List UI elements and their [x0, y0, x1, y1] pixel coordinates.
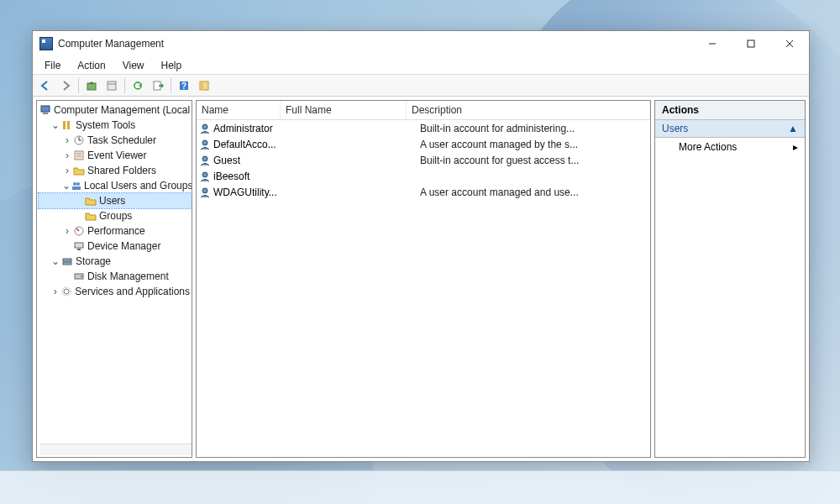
- column-name[interactable]: Name: [197, 101, 281, 119]
- minimize-button[interactable]: [693, 31, 732, 56]
- chevron-right-icon[interactable]: ›: [62, 165, 72, 176]
- cell-name: iBeesoft: [213, 171, 294, 182]
- tree-label: Local Users and Groups: [84, 180, 192, 192]
- svg-point-33: [81, 276, 82, 277]
- svg-rect-25: [72, 186, 81, 190]
- user-icon: [198, 122, 212, 135]
- tree-disk-management[interactable]: Disk Management: [39, 269, 192, 284]
- tree-device-manager[interactable]: Device Manager: [39, 239, 192, 254]
- shared-folder-icon: [72, 164, 86, 177]
- svg-point-36: [202, 124, 207, 129]
- svg-point-39: [202, 172, 207, 177]
- device-icon: [72, 239, 86, 253]
- svg-point-34: [64, 289, 69, 294]
- svg-rect-14: [43, 113, 48, 114]
- chevron-right-icon[interactable]: ›: [62, 150, 72, 161]
- refresh-button[interactable]: [129, 76, 147, 95]
- chevron-right-icon: ▸: [793, 141, 798, 153]
- svg-rect-30: [63, 259, 71, 261]
- cell-name: DefaultAcco...: [213, 139, 294, 150]
- actions-section[interactable]: Users ▲: [655, 120, 805, 138]
- chevron-right-icon[interactable]: ›: [62, 134, 72, 146]
- cell-description: A user account managed and use...: [420, 186, 648, 198]
- svg-rect-16: [67, 121, 70, 129]
- tree-label: Task Scheduler: [87, 134, 156, 146]
- show-hide-button[interactable]: [195, 76, 213, 95]
- list-pane: Name Full Name Description Administrator…: [196, 100, 651, 458]
- svg-rect-31: [63, 262, 71, 265]
- menu-help[interactable]: Help: [153, 58, 191, 73]
- tree-label: Shared Folders: [87, 165, 156, 176]
- event-icon: [72, 149, 86, 162]
- window-title: Computer Management: [58, 38, 693, 50]
- chevron-down-icon[interactable]: ⌄: [50, 119, 60, 131]
- tree-event-viewer[interactable]: › Event Viewer: [39, 148, 192, 163]
- clock-icon: [72, 134, 86, 147]
- chevron-right-icon[interactable]: ›: [50, 286, 60, 297]
- tree-label: Services and Applications: [75, 286, 190, 297]
- properties-button[interactable]: [102, 76, 121, 95]
- help-button[interactable]: ?: [175, 76, 193, 95]
- tree-services-apps[interactable]: › Services and Applications: [39, 284, 192, 299]
- svg-point-38: [202, 156, 207, 161]
- svg-rect-5: [108, 81, 116, 90]
- list-item[interactable]: iBeesoft: [197, 168, 650, 184]
- tree-root-label: Computer Management (Local: [54, 104, 190, 116]
- actions-more-label: More Actions: [679, 141, 737, 153]
- actions-more[interactable]: More Actions ▸: [655, 138, 805, 156]
- list-item[interactable]: DefaultAcco...A user account managed by …: [197, 136, 650, 152]
- chevron-right-icon[interactable]: ›: [62, 225, 72, 237]
- tree-task-scheduler[interactable]: › Task Scheduler: [39, 133, 192, 148]
- tree-local-users-groups[interactable]: ⌄ Local Users and Groups: [39, 178, 192, 193]
- tree-shared-folders[interactable]: › Shared Folders: [39, 163, 192, 178]
- menu-action[interactable]: Action: [69, 58, 113, 73]
- chevron-down-icon[interactable]: ⌄: [50, 255, 60, 267]
- disk-icon: [72, 270, 86, 283]
- list-item[interactable]: GuestBuilt-in account for guest access t…: [197, 152, 650, 168]
- folder-icon: [84, 194, 97, 207]
- tree-label: Event Viewer: [87, 150, 146, 161]
- tree-label: System Tools: [76, 119, 135, 131]
- main-panes: Computer Management (Local ⌄ System Tool…: [33, 97, 809, 461]
- cell-description: Built-in account for administering...: [420, 123, 648, 134]
- list-item[interactable]: AdministratorBuilt-in account for admini…: [197, 120, 650, 136]
- maximize-button[interactable]: [732, 31, 770, 56]
- forward-button[interactable]: [56, 76, 75, 95]
- up-button[interactable]: [82, 76, 101, 95]
- user-icon: [198, 154, 212, 167]
- tree-performance[interactable]: › Performance: [39, 223, 192, 239]
- app-icon: [39, 37, 53, 50]
- menu-file[interactable]: File: [36, 58, 69, 73]
- tree-storage[interactable]: ⌄ Storage: [39, 254, 192, 269]
- tree-root[interactable]: Computer Management (Local: [39, 102, 192, 118]
- tree-label: Groups: [99, 210, 132, 222]
- computer-management-window: Computer Management File Action View Hel…: [32, 30, 810, 462]
- svg-point-23: [73, 182, 76, 186]
- tree-horizontal-scrollbar[interactable]: [40, 444, 192, 455]
- menu-view[interactable]: View: [114, 58, 153, 73]
- services-icon: [60, 285, 74, 298]
- export-button[interactable]: [149, 76, 167, 95]
- tree-groups[interactable]: Groups: [39, 208, 192, 223]
- performance-icon: [72, 224, 86, 238]
- folder-icon: [84, 209, 97, 223]
- toolbar: ?: [33, 75, 809, 97]
- back-button[interactable]: [36, 76, 55, 95]
- titlebar: Computer Management: [33, 31, 809, 56]
- svg-point-24: [76, 182, 80, 186]
- svg-rect-4: [87, 83, 96, 90]
- list-item[interactable]: WDAGUtility...A user account managed and…: [197, 184, 650, 200]
- storage-icon: [60, 255, 74, 268]
- computer-icon: [40, 103, 52, 117]
- cell-description: A user account managed by the s...: [420, 139, 648, 150]
- chevron-down-icon[interactable]: ⌄: [62, 180, 71, 192]
- menubar: File Action View Help: [33, 56, 809, 75]
- tree-users[interactable]: Users: [39, 193, 192, 208]
- column-description[interactable]: Description: [407, 101, 650, 119]
- column-fullname[interactable]: Full Name: [281, 101, 407, 119]
- cell-name: WDAGUtility...: [213, 186, 294, 198]
- cell-name: Guest: [213, 155, 294, 166]
- tree-system-tools[interactable]: ⌄ System Tools: [39, 118, 192, 133]
- taskbar[interactable]: [0, 470, 840, 504]
- close-button[interactable]: [770, 31, 809, 56]
